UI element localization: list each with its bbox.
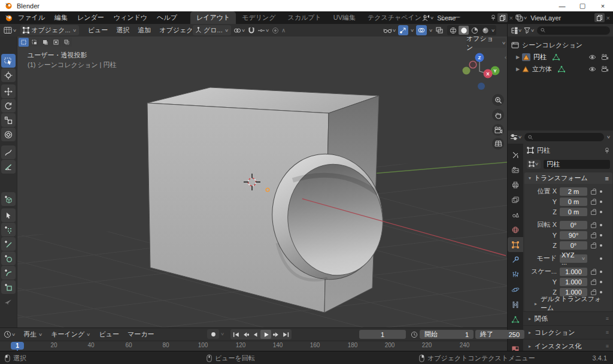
tab-uv-editing[interactable]: UV編集 <box>327 11 362 24</box>
lock-icon[interactable] <box>590 269 597 275</box>
scale-tool[interactable] <box>1 113 16 127</box>
menu-edit[interactable]: 編集 <box>50 11 72 24</box>
select-box-tool[interactable] <box>1 54 16 68</box>
annotate-tool[interactable] <box>1 145 16 159</box>
section-delta-transform[interactable]: ▸ デルタトランスフォーム <box>524 297 612 310</box>
select-mode-intersect[interactable] <box>62 38 72 47</box>
current-frame-marker[interactable]: 1 <box>11 342 24 350</box>
lock-icon[interactable] <box>590 289 597 295</box>
properties-filter-dropdown[interactable]: ∨ <box>606 135 611 139</box>
show-gizmo-toggle[interactable] <box>398 25 408 35</box>
shading-material-button[interactable] <box>469 26 480 35</box>
object-label[interactable]: 立方体 <box>532 65 552 74</box>
add-arc-tool[interactable] <box>1 266 16 280</box>
animate-dot[interactable] <box>600 281 602 283</box>
orthographic-grid-icon[interactable] <box>492 138 504 150</box>
lock-icon[interactable] <box>590 232 597 238</box>
new-scene-button[interactable] <box>497 13 508 22</box>
outliner-cube-row[interactable]: ▶ 立方体 <box>508 63 613 75</box>
menu-select[interactable]: 選択 <box>112 24 133 37</box>
camera-view-icon[interactable] <box>492 124 504 136</box>
outliner-search[interactable] <box>537 26 610 35</box>
panel-menu-icon[interactable]: ≡ <box>606 343 609 349</box>
position-z-field[interactable]: 0 m <box>560 208 587 216</box>
animate-dot[interactable] <box>600 257 602 260</box>
outliner-search-input[interactable] <box>548 27 606 34</box>
properties-search[interactable] <box>524 133 604 141</box>
breadcrumb-object-name[interactable]: 円柱 <box>537 146 550 155</box>
section-collections[interactable]: ▸ コレクション ≡ <box>523 325 613 339</box>
panel-menu-icon[interactable]: ≡ <box>606 329 609 335</box>
tab-output[interactable] <box>508 177 523 192</box>
outliner-cylinder-row[interactable]: ▶ 円柱 <box>508 51 613 63</box>
xray-toggle[interactable] <box>436 27 443 34</box>
transform-panel-header[interactable]: ▾ トランスフォーム ≡ <box>524 172 612 184</box>
blender-menu-icon[interactable] <box>5 14 13 22</box>
shading-solid-button[interactable] <box>459 26 469 35</box>
pan-hand-icon[interactable] <box>492 109 504 121</box>
menu-view-timeline[interactable]: ビュー <box>95 328 123 341</box>
outliner-filter-dropdown[interactable]: ∨ <box>524 27 535 34</box>
add-cube-tool[interactable] <box>1 192 16 206</box>
timeline-editor-type-button[interactable]: ∨ <box>4 330 16 338</box>
options-dropdown[interactable]: オプション∨ <box>466 38 506 48</box>
end-frame-field[interactable]: 終了250 <box>475 330 524 339</box>
measure-tool[interactable] <box>1 160 16 174</box>
proportional-falloff-icon[interactable] <box>272 27 279 34</box>
pin-icon[interactable] <box>490 14 496 21</box>
section-instancing[interactable]: ▸ インスタンス化 ≡ <box>523 339 613 351</box>
falloff-curve-icon[interactable]: ∧ <box>281 27 286 34</box>
scale-x-field[interactable]: 1.000 <box>560 268 587 276</box>
tab-modifiers[interactable] <box>508 252 523 267</box>
tab-tool[interactable] <box>508 147 523 162</box>
select-mode-set[interactable] <box>19 38 29 47</box>
object-name-input[interactable] <box>544 160 610 169</box>
animate-dot[interactable] <box>600 190 602 193</box>
timeline-ruler[interactable]: 20 40 60 80 100 120 140 160 180 200 220 … <box>0 341 507 351</box>
snap-target-dropdown[interactable]: ∨ <box>233 27 245 34</box>
show-overlays-toggle[interactable] <box>416 25 427 35</box>
panel-menu-icon[interactable]: ≡ <box>605 175 609 182</box>
fly-tool[interactable] <box>1 295 16 308</box>
add-box-tool[interactable] <box>1 280 16 294</box>
menu-playback[interactable]: 再生∨ <box>19 328 47 341</box>
tweak-tool[interactable] <box>1 208 16 222</box>
rotation-z-field[interactable]: 0° <box>560 241 587 250</box>
animate-dot[interactable] <box>600 271 602 273</box>
lock-icon[interactable] <box>590 199 597 205</box>
tab-object[interactable] <box>508 237 523 252</box>
prev-keyframe-button[interactable] <box>241 330 250 339</box>
scale-y-field[interactable]: 1.000 <box>560 278 587 286</box>
section-relations[interactable]: ▸ 関係 ≡ <box>523 311 613 325</box>
play-button[interactable] <box>260 330 271 339</box>
start-frame-field[interactable]: 開始1 <box>420 330 474 339</box>
select-mode-subtract[interactable] <box>40 38 50 47</box>
id-type-dropdown[interactable]: ∨ <box>527 160 541 169</box>
gizmo-axis-neg-x[interactable] <box>469 61 477 68</box>
animate-dot[interactable] <box>600 234 602 236</box>
properties-search-input[interactable] <box>535 134 600 141</box>
extrude-tool[interactable] <box>1 223 16 236</box>
cursor-tool[interactable] <box>1 68 16 82</box>
visibility-dropdown[interactable]: ∨ <box>383 27 396 34</box>
animate-dot[interactable] <box>600 201 602 203</box>
animate-dot[interactable] <box>600 224 602 226</box>
position-y-field[interactable]: 0 m <box>560 198 587 206</box>
add-viewlayer-button[interactable] <box>594 13 605 22</box>
tab-layout[interactable]: レイアウト <box>190 11 236 24</box>
position-x-field[interactable]: 2 m <box>560 187 587 196</box>
transform-tool[interactable] <box>1 128 16 141</box>
gizmo-axis-neg-z[interactable] <box>478 83 485 90</box>
disable-render-camera-icon[interactable] <box>601 66 608 72</box>
tab-constraints[interactable] <box>508 297 523 312</box>
disable-render-camera-icon[interactable] <box>601 54 608 60</box>
snap-toggle-magnet-icon[interactable] <box>248 27 255 34</box>
animate-dot[interactable] <box>600 244 602 247</box>
select-mode-invert[interactable] <box>51 38 61 47</box>
add-circle-tool[interactable] <box>1 251 16 265</box>
tab-sculpting[interactable]: スカルプト <box>281 11 327 24</box>
menu-add[interactable]: 追加 <box>133 24 155 37</box>
tab-view-layer[interactable] <box>508 192 523 207</box>
auto-keyframe-toggle[interactable] <box>207 329 219 339</box>
lock-icon[interactable] <box>590 209 597 215</box>
